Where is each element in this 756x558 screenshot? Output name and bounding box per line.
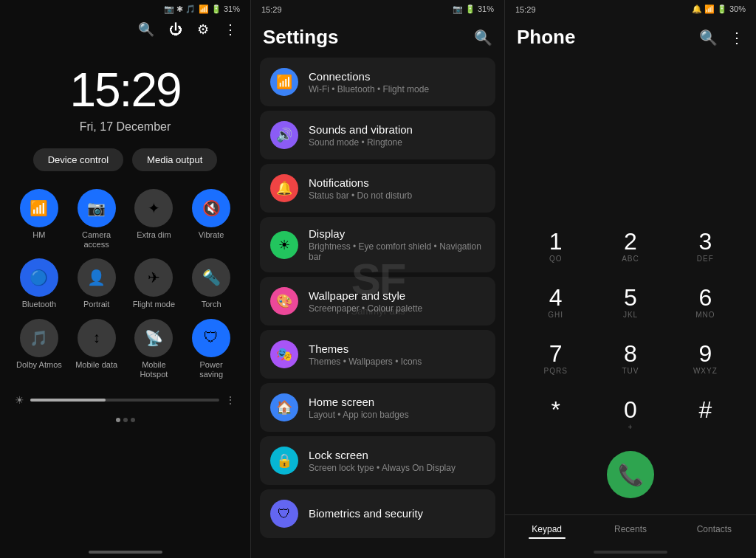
wallpaper-text: Wallpaper and style Screenpaper • Colour… xyxy=(309,289,485,314)
sounds-icon: 🔊 xyxy=(270,121,298,149)
settings-item-wallpaper[interactable]: 🎨 Wallpaper and style Screenpaper • Colo… xyxy=(260,277,495,326)
phone-header-icons: 🔍 ⋮ xyxy=(699,29,744,46)
portrait-icon: 👤 xyxy=(78,258,116,297)
tile-label-flightmode: Flight mode xyxy=(133,300,175,309)
sounds-text: Sounds and vibration Sound mode • Ringto… xyxy=(309,123,485,148)
phone-more-icon[interactable]: ⋮ xyxy=(729,29,744,46)
settings-item-connections[interactable]: 📶 Connections Wi-Fi • Bluetooth • Flight… xyxy=(260,58,495,106)
dial-letters-4: GHI xyxy=(548,311,563,321)
wallpaper-icon: 🎨 xyxy=(270,287,298,315)
dial-number-9: 9 xyxy=(698,342,712,365)
themes-sub: Themes • Wallpapers • Icons xyxy=(309,356,485,367)
dial-key-0[interactable]: 0 + xyxy=(594,389,666,442)
tile-torch[interactable]: 🔦 Torch xyxy=(187,258,236,309)
dial-key-7[interactable]: 7 PQRS xyxy=(520,333,591,386)
themes-text: Themes Themes • Wallpapers • Icons xyxy=(309,342,485,367)
notifications-icon: 🔔 xyxy=(270,174,298,202)
biometrics-name: Biometrics and security xyxy=(309,507,485,520)
page-dot-2 xyxy=(123,418,128,422)
settings-item-display[interactable]: ☀ Display Brightness • Eye comfort shiel… xyxy=(260,217,495,272)
settings-item-notifications[interactable]: 🔔 Notifications Status bar • Do not dist… xyxy=(260,164,495,213)
sounds-sub: Sound mode • Ringtone xyxy=(309,137,485,148)
dial-key-hash[interactable]: # xyxy=(670,389,741,442)
tile-label-portrait: Portrait xyxy=(83,300,109,309)
themes-name: Themes xyxy=(309,342,485,355)
settings-item-themes[interactable]: 🎭 Themes Themes • Wallpapers • Icons xyxy=(260,330,495,379)
bluetooth-icon: 🔵 xyxy=(20,258,58,297)
dial-letters-2: ABC xyxy=(622,255,639,265)
dialpad-area: 1 QO 2 ABC 3 DEF 4 GHI 5 JKL 6 MNO xyxy=(505,58,756,514)
brightness-menu-icon[interactable]: ⋮ xyxy=(225,394,236,406)
tile-camera[interactable]: 📷 Camera access xyxy=(72,189,121,249)
status-icons-3: 🔔 📶 🔋 30% xyxy=(692,4,746,14)
status-icons-1: 📷 ✱ 🎵 xyxy=(164,4,196,14)
brightness-icon: ☀ xyxy=(15,394,24,406)
power-icon[interactable]: ⏻ xyxy=(169,22,182,38)
settings-item-sounds[interactable]: 🔊 Sounds and vibration Sound mode • Ring… xyxy=(260,111,495,159)
tile-extradim[interactable]: ✦ Extra dim xyxy=(130,189,179,249)
dial-key-5[interactable]: 5 JKL xyxy=(594,277,666,330)
settings-item-homescreen[interactable]: 🏠 Home screen Layout • App icon badges xyxy=(260,383,495,432)
settings-panel-wrapper: 15:29 📷 🔋 31% Settings 🔍 📶 Connections W… xyxy=(251,0,505,558)
dial-key-9[interactable]: 9 WXYZ xyxy=(670,333,741,386)
brightness-track[interactable] xyxy=(30,399,219,402)
tile-label-powersaving: Power saving xyxy=(187,360,236,379)
nav-recents[interactable]: Recents xyxy=(588,515,672,546)
notification-panel: 📷 ✱ 🎵 📶 🔋 31% 🔍 ⏻ ⚙ ⋮ 15:29 Fri, 17 Dece… xyxy=(0,0,251,558)
settings-icon[interactable]: ⚙ xyxy=(197,21,209,38)
dial-key-3[interactable]: 3 DEF xyxy=(670,221,741,274)
dial-number-3: 3 xyxy=(698,230,712,253)
wallpaper-name: Wallpaper and style xyxy=(309,289,485,302)
search-icon[interactable]: 🔍 xyxy=(138,21,154,38)
dial-number-4: 4 xyxy=(549,286,563,309)
dial-key-star[interactable]: * xyxy=(520,389,591,442)
dial-key-1[interactable]: 1 QO xyxy=(520,221,591,274)
nav-keypad[interactable]: Keypad xyxy=(505,515,588,546)
dial-number-5: 5 xyxy=(624,286,637,309)
flightmode-icon: ✈ xyxy=(134,258,173,297)
settings-item-biometrics[interactable]: 🛡 Biometrics and security xyxy=(260,489,495,538)
settings-search-icon[interactable]: 🔍 xyxy=(474,29,492,46)
tile-mobiledata[interactable]: ↕ Mobile data xyxy=(72,319,121,379)
tile-vibrate[interactable]: 🔇 Vibrate xyxy=(187,189,236,249)
tile-hm[interactable]: 📶 HM xyxy=(15,189,63,249)
dial-key-6[interactable]: 6 MNO xyxy=(670,277,741,330)
tile-label-mobiledata: Mobile data xyxy=(75,360,117,370)
nav-keypad-underline xyxy=(529,537,566,539)
dial-key-2[interactable]: 2 ABC xyxy=(594,221,666,274)
nav-recents-label: Recents xyxy=(614,524,647,534)
brightness-bar: ☀ ⋮ xyxy=(15,394,236,406)
display-sub: Brightness • Eye comfort shield • Naviga… xyxy=(309,241,485,262)
notifications-text: Notifications Status bar • Do not distur… xyxy=(309,176,485,201)
homescreen-icon: 🏠 xyxy=(270,393,298,421)
homescreen-sub: Layout • App icon badges xyxy=(309,410,485,420)
lockscreen-icon: 🔒 xyxy=(270,447,298,475)
dial-letters-1: QO xyxy=(549,255,563,265)
call-button[interactable]: 📞 xyxy=(607,451,654,498)
tile-hotspot[interactable]: 📡 Mobile Hotspot xyxy=(130,319,179,379)
page-dot-1 xyxy=(116,418,120,422)
settings-header: Settings 🔍 xyxy=(251,18,504,58)
tile-portrait[interactable]: 👤 Portrait xyxy=(72,258,121,309)
extradim-icon: ✦ xyxy=(134,189,173,227)
nav-bar-1 xyxy=(89,551,162,554)
dial-letters-8: TUV xyxy=(622,367,639,377)
nav-contacts[interactable]: Contacts xyxy=(673,515,756,546)
mobiledata-icon: ↕ xyxy=(78,319,116,357)
dial-key-8[interactable]: 8 TUV xyxy=(594,333,666,386)
wifi-icon: 📶 xyxy=(20,189,58,227)
page-dot-3 xyxy=(131,418,135,422)
tile-bluetooth[interactable]: 🔵 Bluetooth xyxy=(15,258,63,309)
phone-search-icon[interactable]: 🔍 xyxy=(699,29,718,46)
media-output-button[interactable]: Media output xyxy=(132,148,217,171)
clock-area: 15:29 Fri, 17 December xyxy=(0,41,250,148)
tile-flightmode[interactable]: ✈ Flight mode xyxy=(130,258,179,309)
tile-powersaving[interactable]: 🛡 Power saving xyxy=(187,319,236,379)
more-icon[interactable]: ⋮ xyxy=(224,21,237,38)
device-control-button[interactable]: Device control xyxy=(33,148,123,171)
tile-dolby[interactable]: 🎵 Dolby Atmos xyxy=(15,319,63,379)
dial-letters-6: MNO xyxy=(695,311,715,321)
dial-key-4[interactable]: 4 GHI xyxy=(520,277,591,330)
call-row: 📞 xyxy=(520,442,741,509)
settings-item-lockscreen[interactable]: 🔒 Lock screen Screen lock type • Always … xyxy=(260,436,495,485)
